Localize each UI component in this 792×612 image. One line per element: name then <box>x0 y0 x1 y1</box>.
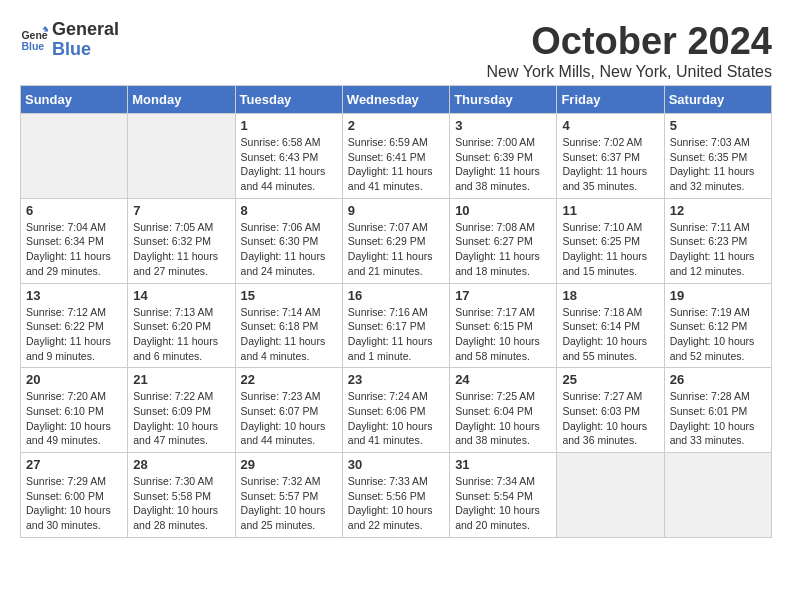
day-info: Sunrise: 7:05 AMSunset: 6:32 PMDaylight:… <box>133 220 229 279</box>
day-number: 15 <box>241 288 337 303</box>
calendar-cell: 17Sunrise: 7:17 AMSunset: 6:15 PMDayligh… <box>450 283 557 368</box>
day-number: 9 <box>348 203 444 218</box>
week-row-1: 1Sunrise: 6:58 AMSunset: 6:43 PMDaylight… <box>21 114 772 199</box>
header-friday: Friday <box>557 86 664 114</box>
header-sunday: Sunday <box>21 86 128 114</box>
calendar-cell <box>664 453 771 538</box>
calendar-cell: 5Sunrise: 7:03 AMSunset: 6:35 PMDaylight… <box>664 114 771 199</box>
calendar-cell: 3Sunrise: 7:00 AMSunset: 6:39 PMDaylight… <box>450 114 557 199</box>
day-info: Sunrise: 6:58 AMSunset: 6:43 PMDaylight:… <box>241 135 337 194</box>
day-number: 30 <box>348 457 444 472</box>
page-header: General Blue GeneralBlue October 2024 Ne… <box>20 20 772 81</box>
day-info: Sunrise: 7:27 AMSunset: 6:03 PMDaylight:… <box>562 389 658 448</box>
calendar-cell: 10Sunrise: 7:08 AMSunset: 6:27 PMDayligh… <box>450 198 557 283</box>
day-number: 20 <box>26 372 122 387</box>
title-block: October 2024 New York Mills, New York, U… <box>487 20 772 81</box>
calendar-cell: 16Sunrise: 7:16 AMSunset: 6:17 PMDayligh… <box>342 283 449 368</box>
calendar-cell: 4Sunrise: 7:02 AMSunset: 6:37 PMDaylight… <box>557 114 664 199</box>
day-info: Sunrise: 7:25 AMSunset: 6:04 PMDaylight:… <box>455 389 551 448</box>
day-info: Sunrise: 7:02 AMSunset: 6:37 PMDaylight:… <box>562 135 658 194</box>
day-number: 31 <box>455 457 551 472</box>
calendar-cell: 31Sunrise: 7:34 AMSunset: 5:54 PMDayligh… <box>450 453 557 538</box>
day-number: 16 <box>348 288 444 303</box>
calendar-cell: 11Sunrise: 7:10 AMSunset: 6:25 PMDayligh… <box>557 198 664 283</box>
day-info: Sunrise: 7:22 AMSunset: 6:09 PMDaylight:… <box>133 389 229 448</box>
day-info: Sunrise: 7:10 AMSunset: 6:25 PMDaylight:… <box>562 220 658 279</box>
logo: General Blue GeneralBlue <box>20 20 119 60</box>
day-info: Sunrise: 7:32 AMSunset: 5:57 PMDaylight:… <box>241 474 337 533</box>
day-number: 21 <box>133 372 229 387</box>
day-number: 27 <box>26 457 122 472</box>
calendar-table: SundayMondayTuesdayWednesdayThursdayFrid… <box>20 85 772 538</box>
calendar-cell: 27Sunrise: 7:29 AMSunset: 6:00 PMDayligh… <box>21 453 128 538</box>
calendar-cell: 6Sunrise: 7:04 AMSunset: 6:34 PMDaylight… <box>21 198 128 283</box>
day-number: 24 <box>455 372 551 387</box>
calendar-cell <box>557 453 664 538</box>
day-info: Sunrise: 7:30 AMSunset: 5:58 PMDaylight:… <box>133 474 229 533</box>
day-info: Sunrise: 7:17 AMSunset: 6:15 PMDaylight:… <box>455 305 551 364</box>
calendar-cell: 22Sunrise: 7:23 AMSunset: 6:07 PMDayligh… <box>235 368 342 453</box>
day-number: 3 <box>455 118 551 133</box>
day-number: 2 <box>348 118 444 133</box>
day-info: Sunrise: 7:13 AMSunset: 6:20 PMDaylight:… <box>133 305 229 364</box>
svg-text:Blue: Blue <box>21 40 44 52</box>
day-info: Sunrise: 7:00 AMSunset: 6:39 PMDaylight:… <box>455 135 551 194</box>
day-info: Sunrise: 7:28 AMSunset: 6:01 PMDaylight:… <box>670 389 766 448</box>
day-info: Sunrise: 7:19 AMSunset: 6:12 PMDaylight:… <box>670 305 766 364</box>
calendar-cell: 7Sunrise: 7:05 AMSunset: 6:32 PMDaylight… <box>128 198 235 283</box>
day-info: Sunrise: 7:18 AMSunset: 6:14 PMDaylight:… <box>562 305 658 364</box>
day-info: Sunrise: 7:24 AMSunset: 6:06 PMDaylight:… <box>348 389 444 448</box>
day-number: 11 <box>562 203 658 218</box>
day-info: Sunrise: 7:08 AMSunset: 6:27 PMDaylight:… <box>455 220 551 279</box>
week-row-2: 6Sunrise: 7:04 AMSunset: 6:34 PMDaylight… <box>21 198 772 283</box>
day-number: 6 <box>26 203 122 218</box>
day-number: 4 <box>562 118 658 133</box>
day-number: 13 <box>26 288 122 303</box>
header-saturday: Saturday <box>664 86 771 114</box>
day-info: Sunrise: 7:14 AMSunset: 6:18 PMDaylight:… <box>241 305 337 364</box>
svg-text:General: General <box>21 28 48 40</box>
calendar-cell: 13Sunrise: 7:12 AMSunset: 6:22 PMDayligh… <box>21 283 128 368</box>
day-number: 29 <box>241 457 337 472</box>
header-thursday: Thursday <box>450 86 557 114</box>
day-number: 1 <box>241 118 337 133</box>
calendar-cell: 8Sunrise: 7:06 AMSunset: 6:30 PMDaylight… <box>235 198 342 283</box>
day-number: 10 <box>455 203 551 218</box>
day-info: Sunrise: 7:16 AMSunset: 6:17 PMDaylight:… <box>348 305 444 364</box>
calendar-cell: 21Sunrise: 7:22 AMSunset: 6:09 PMDayligh… <box>128 368 235 453</box>
day-number: 26 <box>670 372 766 387</box>
day-number: 28 <box>133 457 229 472</box>
day-info: Sunrise: 7:29 AMSunset: 6:00 PMDaylight:… <box>26 474 122 533</box>
week-row-5: 27Sunrise: 7:29 AMSunset: 6:00 PMDayligh… <box>21 453 772 538</box>
day-info: Sunrise: 7:03 AMSunset: 6:35 PMDaylight:… <box>670 135 766 194</box>
day-number: 18 <box>562 288 658 303</box>
week-row-3: 13Sunrise: 7:12 AMSunset: 6:22 PMDayligh… <box>21 283 772 368</box>
calendar-cell: 18Sunrise: 7:18 AMSunset: 6:14 PMDayligh… <box>557 283 664 368</box>
calendar-cell: 26Sunrise: 7:28 AMSunset: 6:01 PMDayligh… <box>664 368 771 453</box>
calendar-cell: 30Sunrise: 7:33 AMSunset: 5:56 PMDayligh… <box>342 453 449 538</box>
header-wednesday: Wednesday <box>342 86 449 114</box>
calendar-cell: 9Sunrise: 7:07 AMSunset: 6:29 PMDaylight… <box>342 198 449 283</box>
day-number: 17 <box>455 288 551 303</box>
day-number: 12 <box>670 203 766 218</box>
day-number: 7 <box>133 203 229 218</box>
day-info: Sunrise: 7:33 AMSunset: 5:56 PMDaylight:… <box>348 474 444 533</box>
logo-icon: General Blue <box>20 26 48 54</box>
day-info: Sunrise: 7:12 AMSunset: 6:22 PMDaylight:… <box>26 305 122 364</box>
header-row: SundayMondayTuesdayWednesdayThursdayFrid… <box>21 86 772 114</box>
day-number: 8 <box>241 203 337 218</box>
day-info: Sunrise: 7:34 AMSunset: 5:54 PMDaylight:… <box>455 474 551 533</box>
logo-text: GeneralBlue <box>52 20 119 60</box>
calendar-cell: 29Sunrise: 7:32 AMSunset: 5:57 PMDayligh… <box>235 453 342 538</box>
day-number: 5 <box>670 118 766 133</box>
week-row-4: 20Sunrise: 7:20 AMSunset: 6:10 PMDayligh… <box>21 368 772 453</box>
header-monday: Monday <box>128 86 235 114</box>
calendar-cell: 20Sunrise: 7:20 AMSunset: 6:10 PMDayligh… <box>21 368 128 453</box>
calendar-cell: 12Sunrise: 7:11 AMSunset: 6:23 PMDayligh… <box>664 198 771 283</box>
calendar-cell: 23Sunrise: 7:24 AMSunset: 6:06 PMDayligh… <box>342 368 449 453</box>
day-number: 19 <box>670 288 766 303</box>
calendar-cell: 1Sunrise: 6:58 AMSunset: 6:43 PMDaylight… <box>235 114 342 199</box>
day-info: Sunrise: 7:06 AMSunset: 6:30 PMDaylight:… <box>241 220 337 279</box>
header-tuesday: Tuesday <box>235 86 342 114</box>
calendar-cell <box>128 114 235 199</box>
